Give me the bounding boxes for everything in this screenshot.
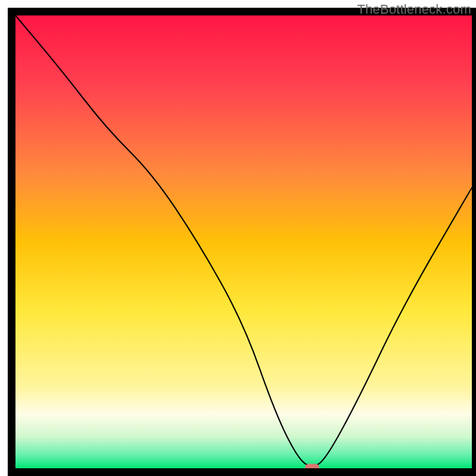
chart-frame-bottom (8, 468, 476, 476)
watermark-text: TheBottleneck.com (357, 2, 471, 17)
chart-frame-left (8, 8, 15, 476)
chart-container: TheBottleneck.com (0, 0, 476, 476)
gradient-background (15, 15, 472, 468)
bottleneck-chart (0, 0, 476, 476)
chart-frame-right (472, 8, 476, 476)
